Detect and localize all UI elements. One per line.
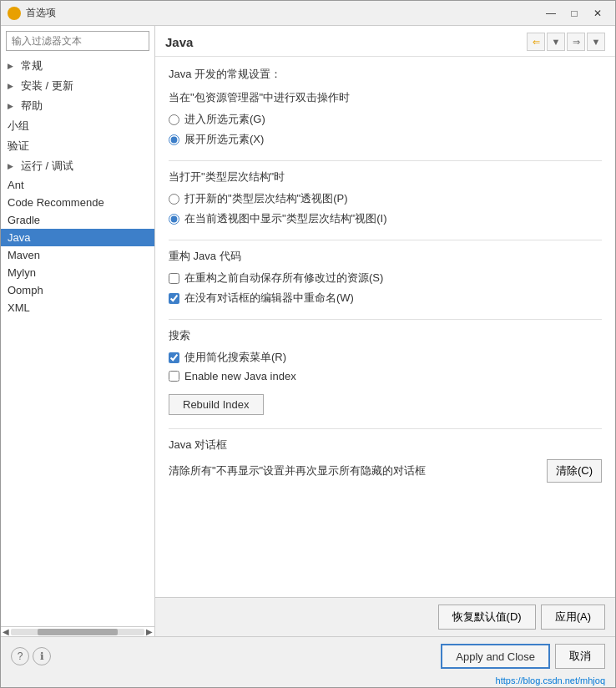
panel-subtitle: Java 开发的常规设置：: [169, 67, 602, 82]
apply-and-close-button[interactable]: Apply and Close: [441, 644, 550, 669]
info-icon-button[interactable]: ℹ: [33, 647, 51, 665]
window-icon: [8, 7, 21, 20]
radio-enter-option[interactable]: 进入所选元素(G): [169, 112, 602, 127]
section1-title: 当在"包资源管理器"中进行双击操作时: [169, 90, 602, 105]
divider-1: [169, 160, 602, 161]
section3-title: 重构 Java 代码: [169, 249, 602, 264]
sidebar-item-help[interactable]: 帮助: [1, 96, 154, 116]
clear-button[interactable]: 清除(C): [547, 459, 602, 483]
radio-expand-option[interactable]: 展开所选元素(X): [169, 132, 602, 147]
sidebar-item-team[interactable]: 小组: [1, 116, 154, 136]
nav-forward-dropdown-button[interactable]: ▼: [587, 33, 605, 51]
checkbox-enable-index-input[interactable]: [169, 371, 179, 382]
preferences-window: 首选项 — □ ✕ 常规安装 / 更新帮助小组验证运行 / 调试AntCode …: [0, 0, 616, 688]
nav-buttons: ⇐ ▼ ⇒ ▼: [527, 33, 605, 51]
checkbox-enable-index-label: Enable new Java index: [184, 370, 296, 382]
radio-show-current-input[interactable]: [169, 214, 179, 225]
scroll-left-arrow[interactable]: ◀: [3, 627, 9, 636]
sidebar-item-xml[interactable]: XML: [1, 299, 154, 316]
section-refactor: 重构 Java 代码 在重构之前自动保存所有修改过的资源(S) 在没有对话框的编…: [169, 249, 602, 306]
radio-enter-input[interactable]: [169, 114, 179, 125]
footer: ? ℹ Apply and Close 取消 https://blog.csdn…: [1, 636, 615, 687]
radio-expand-label: 展开所选元素(X): [184, 132, 264, 147]
footer-right: Apply and Close 取消: [441, 644, 605, 669]
section-search: 搜索 使用简化搜索菜单(R) Enable new Java index Reb…: [169, 328, 602, 415]
section4-title: 搜索: [169, 328, 602, 343]
sidebar-tree: 常规安装 / 更新帮助小组验证运行 / 调试AntCode Recommende…: [1, 56, 154, 626]
checkbox-rename-label: 在没有对话框的编辑器中重命名(W): [184, 291, 354, 306]
checkbox-rename-input[interactable]: [169, 293, 179, 304]
radio-open-new-label: 打开新的"类型层次结构"透视图(P): [184, 191, 348, 206]
sidebar-item-code-recommend[interactable]: Code Recommende: [1, 194, 154, 211]
radio-show-current-option[interactable]: 在当前透视图中显示"类型层次结构"视图(I): [169, 211, 602, 226]
watermark: https://blog.csdn.net/mhjoq: [1, 675, 615, 687]
radio-enter-label: 进入所选元素(G): [184, 112, 265, 127]
checkbox-simplified-label: 使用简化搜索菜单(R): [184, 350, 286, 365]
section5-title: Java 对话框: [169, 438, 602, 453]
checkbox-rename-option[interactable]: 在没有对话框的编辑器中重命名(W): [169, 291, 602, 306]
footer-left: ? ℹ: [11, 647, 51, 665]
scroll-arrows: ◀ ▶: [3, 627, 153, 636]
section-type-hierarchy: 当打开"类型层次结构"时 打开新的"类型层次结构"透视图(P) 在当前透视图中显…: [169, 169, 602, 226]
cancel-button[interactable]: 取消: [555, 644, 605, 669]
right-panel: Java ⇐ ▼ ⇒ ▼ Java 开发的常规设置： 当在"包资源管理器"中进行…: [155, 26, 615, 636]
sidebar-item-maven[interactable]: Maven: [1, 246, 154, 264]
main-content: 常规安装 / 更新帮助小组验证运行 / 调试AntCode Recommende…: [1, 26, 615, 636]
panel-body: Java 开发的常规设置： 当在"包资源管理器"中进行双击操作时 进入所选元素(…: [155, 57, 615, 597]
dialog-section: 清除所有"不再显示"设置并再次显示所有隐藏的对话框 清除(C): [169, 459, 602, 483]
close-button[interactable]: ✕: [587, 4, 608, 23]
panel-title: Java: [165, 35, 193, 49]
nav-back-dropdown-button[interactable]: ▼: [547, 33, 565, 51]
apply-button[interactable]: 应用(A): [541, 605, 605, 630]
maximize-button[interactable]: □: [563, 4, 585, 23]
divider-3: [169, 319, 602, 320]
checkbox-save-before-input[interactable]: [169, 273, 179, 284]
sidebar-item-oomph[interactable]: Oomph: [1, 281, 154, 299]
scroll-track: [11, 629, 144, 635]
sidebar-scrollbar[interactable]: ◀ ▶: [1, 626, 154, 636]
nav-back-button[interactable]: ⇐: [527, 33, 545, 51]
sidebar-item-verify[interactable]: 验证: [1, 136, 154, 156]
checkbox-enable-index-option[interactable]: Enable new Java index: [169, 370, 602, 382]
scroll-right-arrow[interactable]: ▶: [146, 627, 153, 636]
panel-bottom-actions: 恢复默认值(D) 应用(A): [155, 597, 615, 636]
footer-buttons: ? ℹ Apply and Close 取消: [1, 636, 615, 675]
section2-title: 当打开"类型层次结构"时: [169, 169, 602, 185]
section-double-click: 当在"包资源管理器"中进行双击操作时 进入所选元素(G) 展开所选元素(X): [169, 90, 602, 147]
radio-open-new-input[interactable]: [169, 194, 179, 205]
sidebar-item-mylyn[interactable]: Mylyn: [1, 264, 154, 281]
checkbox-simplified-input[interactable]: [169, 352, 179, 363]
sidebar-item-run-debug[interactable]: 运行 / 调试: [1, 156, 154, 176]
radio-expand-input[interactable]: [169, 134, 179, 145]
radio-open-new-option[interactable]: 打开新的"类型层次结构"透视图(P): [169, 191, 602, 206]
checkbox-simplified-option[interactable]: 使用简化搜索菜单(R): [169, 350, 602, 365]
minimize-button[interactable]: —: [540, 4, 562, 23]
radio-show-current-label: 在当前透视图中显示"类型层次结构"视图(I): [184, 211, 387, 226]
window-title: 首选项: [26, 6, 540, 20]
title-bar-buttons: — □ ✕: [540, 4, 608, 23]
sidebar-item-install-update[interactable]: 安装 / 更新: [1, 76, 154, 96]
section-dialogs: Java 对话框 清除所有"不再显示"设置并再次显示所有隐藏的对话框 清除(C): [169, 438, 602, 483]
rebuild-index-button[interactable]: Rebuild Index: [169, 394, 264, 415]
sidebar-item-gradle[interactable]: Gradle: [1, 211, 154, 229]
help-icon-button[interactable]: ?: [11, 647, 29, 665]
scroll-thumb: [38, 629, 118, 635]
checkbox-save-before-label: 在重构之前自动保存所有修改过的资源(S): [184, 271, 383, 286]
sidebar: 常规安装 / 更新帮助小组验证运行 / 调试AntCode Recommende…: [1, 26, 155, 636]
dialog-description: 清除所有"不再显示"设置并再次显示所有隐藏的对话框: [169, 463, 538, 478]
restore-defaults-button[interactable]: 恢复默认值(D): [438, 605, 536, 630]
panel-header: Java ⇐ ▼ ⇒ ▼: [155, 26, 615, 57]
title-bar: 首选项 — □ ✕: [1, 1, 615, 26]
checkbox-save-before-option[interactable]: 在重构之前自动保存所有修改过的资源(S): [169, 271, 602, 286]
sidebar-item-general[interactable]: 常规: [1, 56, 154, 76]
divider-4: [169, 428, 602, 429]
nav-forward-button[interactable]: ⇒: [567, 33, 585, 51]
filter-input[interactable]: [6, 31, 149, 51]
divider-2: [169, 240, 602, 240]
sidebar-item-ant[interactable]: Ant: [1, 176, 154, 194]
sidebar-item-java[interactable]: Java: [1, 229, 154, 246]
